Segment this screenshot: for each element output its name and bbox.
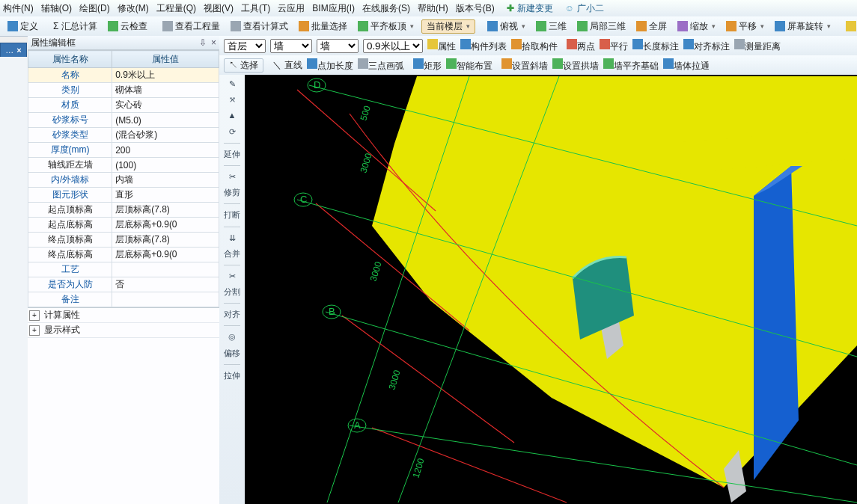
new-change-button[interactable]: ✚ 新建变更 (507, 2, 553, 15)
side-tool[interactable]: 打断 (224, 210, 240, 220)
property-row[interactable]: 工艺 (28, 262, 219, 277)
property-row[interactable]: 轴线距左墙(100) (28, 158, 219, 173)
screen-rotate-button[interactable]: 屏幕旋转 (772, 19, 834, 34)
menu-online[interactable]: 在线服务(S) (362, 2, 410, 15)
property-value[interactable] (112, 262, 219, 277)
property-value[interactable]: 层顶标高(7.8) (112, 233, 219, 248)
property-row[interactable]: 类别砌体墙 (28, 83, 219, 98)
side-tool[interactable]: 拉伸 (224, 371, 240, 381)
elem-list-button[interactable]: 构件列表 (460, 39, 507, 53)
menu-bim[interactable]: BIM应用(I) (312, 2, 355, 15)
side-tool[interactable]: ⟳ (229, 127, 236, 137)
side-tool[interactable]: ▲ (228, 111, 237, 120)
distance-button[interactable]: 测量距离 (734, 39, 781, 53)
partial-3d-button[interactable]: 局部三维 (574, 19, 629, 34)
property-row[interactable]: 内/外墙标内墙 (28, 173, 219, 188)
line-tool[interactable]: ＼ 直线 (272, 59, 302, 72)
elem-visual-button[interactable]: 构件图元 (843, 19, 857, 34)
slope-tool[interactable]: 设置斜墙 (501, 58, 548, 73)
side-tool[interactable]: 合并 (224, 249, 240, 259)
side-tool[interactable]: ⇊ (229, 233, 236, 243)
sum-button[interactable]: Σ 汇总计算 (50, 19, 100, 34)
length-dim-button[interactable]: 长度标注 (632, 39, 679, 53)
side-tool[interactable]: 修剪 (224, 188, 240, 197)
current-floor-button[interactable]: 当前楼层 (421, 19, 475, 34)
property-value[interactable]: (100) (112, 158, 219, 173)
property-row[interactable]: 材质实心砖 (28, 98, 219, 113)
menu-help[interactable]: 帮助(H) (418, 2, 448, 15)
view-qty-button[interactable]: 查看工程量 (159, 19, 223, 34)
batch-select-button[interactable]: 批量选择 (296, 19, 350, 34)
menu-version[interactable]: 版本号(B) (456, 2, 495, 15)
menu-qty[interactable]: 工程量(Q) (156, 2, 196, 15)
parallel-button[interactable]: 平行 (600, 39, 628, 53)
side-tool[interactable]: 分割 (224, 287, 240, 297)
tab-close-icon[interactable]: × (16, 46, 21, 55)
property-row[interactable]: 图元形状直形 (28, 188, 219, 203)
pin-icon[interactable]: ⇩ (199, 37, 207, 48)
property-row[interactable]: 终点顶标高层顶标高(7.8) (28, 233, 219, 248)
menu-component[interactable]: 构件(N) (3, 2, 34, 15)
property-value[interactable]: 直形 (112, 188, 219, 203)
property-row[interactable]: 厚度(mm)200 (28, 143, 219, 158)
menu-aux-axis[interactable]: 辅轴(O) (41, 2, 72, 15)
expand-icon[interactable]: + (29, 325, 40, 336)
property-value[interactable]: (混合砂浆) (112, 128, 219, 143)
cloud-check-button[interactable]: 云检查 (105, 19, 150, 34)
close-icon[interactable]: × (211, 37, 216, 48)
property-value[interactable] (112, 292, 219, 307)
left-module-tab[interactable]: … × (0, 43, 27, 58)
wall-base-tool[interactable]: 墙平齐基础 (603, 58, 659, 73)
expand-icon[interactable]: + (29, 310, 40, 321)
align-dim-button[interactable]: 对齐标注 (683, 39, 730, 53)
property-value[interactable]: 内墙 (112, 173, 219, 188)
property-row[interactable]: 起点底标高层底标高+0.9(0 (28, 218, 219, 233)
define-button[interactable]: 定义 (4, 19, 41, 34)
side-tool[interactable]: ✂ (229, 172, 236, 182)
menu-view[interactable]: 视图(V) (204, 2, 234, 15)
side-tool[interactable]: 偏移 (224, 348, 240, 358)
property-tree-row[interactable]: +计算属性 (28, 308, 219, 323)
menu-tools[interactable]: 工具(T) (241, 2, 270, 15)
property-value[interactable]: 否 (112, 277, 219, 292)
category-select[interactable]: 墙 (270, 39, 312, 53)
ptlen-tool[interactable]: 点加长度 (307, 58, 353, 73)
fullscreen-button[interactable]: 全屏 (633, 19, 670, 34)
property-row[interactable]: 砂浆标号(M5.0) (28, 113, 219, 128)
rect-tool[interactable]: 矩形 (413, 58, 442, 73)
user-button[interactable]: ☺ 广小二 (565, 2, 604, 15)
side-tool[interactable]: ✂ (229, 271, 236, 281)
property-value[interactable]: 层底标高+0.9(0 (112, 248, 219, 262)
property-row[interactable]: 终点底标高层底标高+0.9(0 (28, 248, 219, 262)
property-row[interactable]: 名称0.9米以上 (28, 68, 219, 83)
property-value[interactable]: 实心砖 (112, 98, 219, 113)
property-value[interactable]: 200 (112, 143, 219, 158)
attr-button[interactable]: 属性 (427, 39, 456, 53)
floor-select[interactable]: 首层 (224, 39, 266, 53)
side-tool[interactable]: ✎ (229, 79, 236, 89)
property-value[interactable]: 层顶标高(7.8) (112, 203, 219, 218)
property-value[interactable]: 0.9米以上 (112, 68, 219, 83)
property-tree-row[interactable]: +显示样式 (28, 323, 219, 338)
property-row[interactable]: 砂浆类型(混合砂浆) (28, 128, 219, 143)
property-value[interactable]: 层底标高+0.9(0 (112, 218, 219, 233)
property-value[interactable]: (M5.0) (112, 113, 219, 128)
view-formula-button[interactable]: 查看计算式 (228, 19, 291, 34)
align-slab-button[interactable]: 平齐板顶 (355, 19, 417, 34)
arc-tool[interactable]: 三点画弧 (358, 58, 404, 73)
property-row[interactable]: 是否为人防否 (28, 277, 219, 292)
property-value[interactable]: 砌体墙 (112, 83, 219, 98)
menu-cloud[interactable]: 云应用 (278, 2, 305, 15)
element-select[interactable]: 0.9米以上 (363, 39, 423, 53)
pan-button[interactable]: 平移 (723, 19, 767, 34)
side-tool[interactable]: 对齐 (224, 310, 240, 319)
menu-modify[interactable]: 修改(M) (118, 2, 149, 15)
persp-button[interactable]: 俯视 (484, 19, 528, 34)
select-tool[interactable]: ↖ 选择 (224, 58, 263, 73)
menu-draw[interactable]: 绘图(D) (79, 2, 110, 15)
two-pt-button[interactable]: 两点 (567, 39, 595, 53)
arch-tool[interactable]: 设置拱墙 (552, 58, 599, 73)
side-tool[interactable]: 延伸 (224, 150, 240, 159)
three-d-button[interactable]: 三维 (533, 19, 570, 34)
property-row[interactable]: 备注 (28, 292, 219, 307)
